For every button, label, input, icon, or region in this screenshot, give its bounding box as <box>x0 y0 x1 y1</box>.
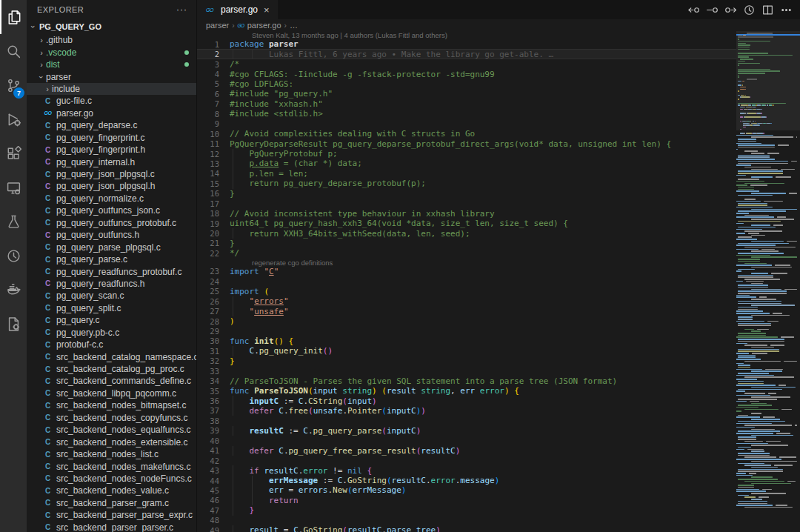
code-line-21[interactable]: 21} <box>197 239 736 248</box>
tree-file-src_backend_catalog_namespace.c[interactable]: Csrc_backend_catalog_namespace.c <box>27 350 196 362</box>
tree-file-pg_query_json_plpgsql.h[interactable]: Cpg_query_json_plpgsql.h <box>27 180 196 192</box>
tree-file-src_backend_nodes_copyfuncs.c[interactable]: Csrc_backend_nodes_copyfuncs.c <box>27 412 196 424</box>
run-and-debug-icon[interactable] <box>0 102 27 136</box>
explorer-more-actions-icon[interactable]: ··· <box>176 4 187 15</box>
code-line-47[interactable]: 47 } <box>197 505 736 515</box>
tree-file-pg_query_internal.h[interactable]: Cpg_query_internal.h <box>27 156 196 167</box>
code-line-29[interactable]: 29 <box>197 326 736 336</box>
code-line-15[interactable]: 15 return pg_query_deparse_protobuf(p); <box>197 179 736 188</box>
tree-file-pg_query_parse_plpgsql.c[interactable]: Cpg_query_parse_plpgsql.c <box>27 241 196 253</box>
code-line-5[interactable]: 5#cgo LDFLAGS: <box>197 79 736 89</box>
code-line-1[interactable]: 1package parser <box>197 39 736 49</box>
code-line-45[interactable]: 45 err = errors.New(errMessage) <box>197 485 736 495</box>
tree-file-pg_query_json_plpgsql.c[interactable]: Cpg_query_json_plpgsql.c <box>27 168 196 180</box>
code-line-48[interactable]: 48 <box>197 516 736 525</box>
split-editor-icon[interactable] <box>761 4 774 16</box>
code-line-16[interactable]: 16} <box>197 189 736 199</box>
open-changes-icon[interactable] <box>706 4 719 16</box>
remote-explorer-icon[interactable] <box>0 170 27 205</box>
code-line-34[interactable]: 34// ParseToJSON - Parses the given SQL … <box>197 376 736 385</box>
testing-icon[interactable] <box>0 205 27 239</box>
workspace-section-header[interactable]: › PG_QUERY_GO <box>27 19 196 34</box>
code-line-41[interactable]: 41 defer C.pg_query_free_parse_result(re… <box>197 446 736 456</box>
tab-parser-go[interactable]: GO parser.go × <box>197 0 279 19</box>
code-line-37[interactable]: 37 defer C.free(unsafe.Pointer(inputC)) <box>197 406 736 416</box>
code-line-35[interactable]: 35func ParseToJSON(input string) (result… <box>197 386 736 396</box>
tree-file-guc-file.c[interactable]: Cguc-file.c <box>27 95 196 107</box>
code-line-7[interactable]: 7#include "xxhash.h" <box>197 99 736 109</box>
codelens-row[interactable]: regenerate cgo definitions <box>197 259 736 267</box>
open-changes-next-icon[interactable] <box>724 4 737 16</box>
extensions-icon[interactable] <box>0 136 27 170</box>
code-line-13[interactable]: 13 p.data = (char *) data; <box>197 159 736 168</box>
code-line-40[interactable]: 40 <box>197 436 736 445</box>
code-line-24[interactable]: 24 <box>197 276 736 286</box>
tree-file-pg_query.pb-c.c[interactable]: Cpg_query.pb-c.c <box>27 327 196 339</box>
code-line-42[interactable]: 42 <box>197 456 736 465</box>
code-line-26[interactable]: 26 "errors" <box>197 296 736 306</box>
history-icon[interactable] <box>0 239 27 273</box>
tree-folder-.github[interactable]: ›.github <box>27 34 196 46</box>
tree-file-src_backend_parser_parse_expr.c[interactable]: Csrc_backend_parser_parse_expr.c <box>27 509 196 521</box>
code-line-3[interactable]: 3/* <box>197 59 736 69</box>
code-line-14[interactable]: 14 p.len = len; <box>197 169 736 179</box>
breadcrumb-folder[interactable]: parser <box>206 21 229 30</box>
tree-file-pg_query_scan.c[interactable]: Cpg_query_scan.c <box>27 290 196 302</box>
code-line-30[interactable]: 30func init() { <box>197 336 736 346</box>
tree-folder-include[interactable]: ›include <box>27 83 196 95</box>
tree-file-src_backend_nodes_bitmapset.c[interactable]: Csrc_backend_nodes_bitmapset.c <box>27 399 196 411</box>
code-line-23[interactable]: 23import "C" <box>197 267 736 276</box>
docker-icon[interactable] <box>0 273 27 307</box>
tree-file-pg_query_fingerprint.c[interactable]: Cpg_query_fingerprint.c <box>27 132 196 144</box>
tree-file-pg_query_outfuncs_protobuf.c[interactable]: Cpg_query_outfuncs_protobuf.c <box>27 217 196 229</box>
tree-folder-dist[interactable]: ›dist <box>27 59 196 70</box>
tree-file-src_backend_nodes_equalfuncs.c[interactable]: Csrc_backend_nodes_equalfuncs.c <box>27 424 196 436</box>
file-history-icon[interactable] <box>743 4 756 16</box>
code-line-32[interactable]: 32} <box>197 356 736 366</box>
code-line-11[interactable]: 11PgQueryDeparseResult pg_query_deparse_… <box>197 139 736 148</box>
tree-file-pg_query_readfuncs_protobuf.c[interactable]: Cpg_query_readfuncs_protobuf.c <box>27 265 196 277</box>
tree-file-pg_query_readfuncs.h[interactable]: Cpg_query_readfuncs.h <box>27 278 196 290</box>
code-line-6[interactable]: 6#include "pg_query.h" <box>197 89 736 99</box>
code-line-25[interactable]: 25import ( <box>197 287 736 296</box>
tree-folder-.vscode[interactable]: ›.vscode <box>27 46 196 58</box>
tree-folder-parser[interactable]: ›parser <box>27 70 196 82</box>
code-line-31[interactable]: 31 C.pg_query_init() <box>197 346 736 356</box>
tree-file-pg_query_outfuncs.h[interactable]: Cpg_query_outfuncs.h <box>27 229 196 241</box>
code-line-22[interactable]: 22*/ <box>197 248 736 258</box>
explorer-icon[interactable] <box>0 0 27 34</box>
open-changes-previous-icon[interactable] <box>687 4 700 16</box>
code-line-19[interactable]: 19uint64_t pg_query_hash_xxh3_64(void *d… <box>197 219 736 228</box>
tree-file-parser.go[interactable]: GOparser.go <box>27 107 196 119</box>
code-line-12[interactable]: 12 PgQueryProtobuf p; <box>197 149 736 159</box>
tree-file-src_backend_nodes_list.c[interactable]: Csrc_backend_nodes_list.c <box>27 448 196 460</box>
code-line-2[interactable]: 2 Lukas Fittl, 6 years ago • Make the li… <box>197 49 736 59</box>
tree-file-src_backend_nodes_value.c[interactable]: Csrc_backend_nodes_value.c <box>27 485 196 496</box>
code-area[interactable]: Steven Kalt, 13 months ago | 4 authors (… <box>197 31 736 532</box>
tree-file-pg_query_fingerprint.h[interactable]: Cpg_query_fingerprint.h <box>27 144 196 156</box>
tab-close-icon[interactable]: × <box>262 4 271 16</box>
tree-file-pg_query_normalize.c[interactable]: Cpg_query_normalize.c <box>27 193 196 205</box>
code-line-33[interactable]: 33 <box>197 366 736 376</box>
tree-file-src_backend_parser_parser.c[interactable]: Csrc_backend_parser_parser.c <box>27 522 196 532</box>
code-line-38[interactable]: 38 <box>197 416 736 425</box>
tree-file-pg_query.c[interactable]: Cpg_query.c <box>27 314 196 326</box>
file-settings-icon[interactable] <box>0 307 27 341</box>
codelens-row[interactable]: Steven Kalt, 13 months ago | 4 authors (… <box>197 31 736 39</box>
code-line-36[interactable]: 36 inputC := C.CString(input) <box>197 396 736 405</box>
tree-file-src_backend_libpq_pqcomm.c[interactable]: Csrc_backend_libpq_pqcomm.c <box>27 388 196 399</box>
code-line-10[interactable]: 10// Avoid complexities dealing with C s… <box>197 129 736 139</box>
tree-file-pg_query_split.c[interactable]: Cpg_query_split.c <box>27 302 196 314</box>
tree-file-src_backend_commands_define.c[interactable]: Csrc_backend_commands_define.c <box>27 375 196 387</box>
breadcrumb-symbol[interactable]: … <box>290 21 298 30</box>
source-control-icon[interactable]: 7 <box>0 68 27 102</box>
tree-file-pg_query_outfuncs_json.c[interactable]: Cpg_query_outfuncs_json.c <box>27 205 196 216</box>
tree-file-pg_query_deparse.c[interactable]: Cpg_query_deparse.c <box>27 119 196 131</box>
tree-file-pg_query_parse.c[interactable]: Cpg_query_parse.c <box>27 253 196 265</box>
code-line-18[interactable]: 18// Avoid inconsistent type behaviour i… <box>197 208 736 218</box>
minimap[interactable] <box>736 31 800 532</box>
tree-file-src_backend_catalog_pg_proc.c[interactable]: Csrc_backend_catalog_pg_proc.c <box>27 363 196 375</box>
tree-file-src_backend_nodes_makefuncs.c[interactable]: Csrc_backend_nodes_makefuncs.c <box>27 460 196 472</box>
code-line-9[interactable]: 9 <box>197 119 736 129</box>
breadcrumb-file[interactable]: parser.go <box>247 21 281 30</box>
